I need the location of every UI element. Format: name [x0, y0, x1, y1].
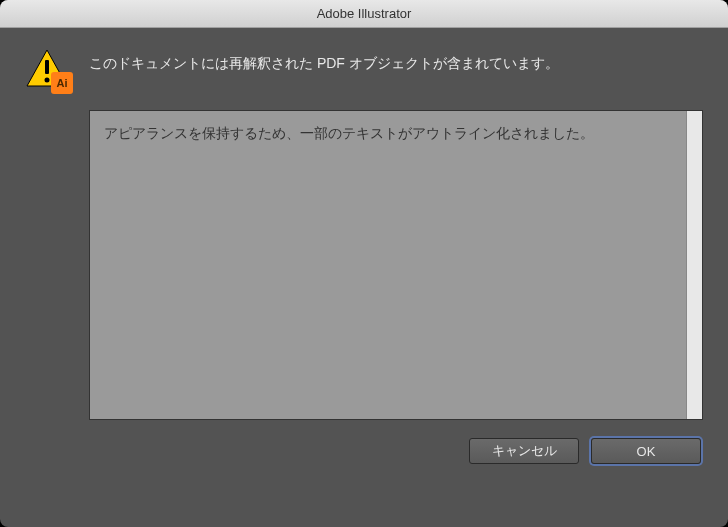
warning-icon: Ai — [25, 48, 69, 92]
svg-point-1 — [45, 78, 50, 83]
ok-button[interactable]: OK — [591, 438, 701, 464]
button-row: キャンセル OK — [25, 438, 703, 464]
detail-textbox: アピアランスを保持するため、一部のテキストがアウトライン化されました。 — [89, 110, 703, 420]
message-row: Ai このドキュメントには再解釈された PDF オブジェクトが含まれています。 — [25, 48, 703, 92]
dialog-window: Adobe Illustrator Ai このドキュメントには再解釈された PD… — [0, 0, 728, 527]
svg-rect-0 — [45, 60, 49, 74]
cancel-button[interactable]: キャンセル — [469, 438, 579, 464]
dialog-body: Ai このドキュメントには再解釈された PDF オブジェクトが含まれています。 … — [0, 28, 728, 527]
scrollbar[interactable] — [686, 111, 702, 419]
titlebar: Adobe Illustrator — [0, 0, 728, 28]
warning-message: このドキュメントには再解釈された PDF オブジェクトが含まれています。 — [89, 48, 559, 76]
detail-content: アピアランスを保持するため、一部のテキストがアウトライン化されました。 — [90, 111, 686, 419]
ai-badge-text: Ai — [57, 77, 68, 89]
ai-app-badge-icon: Ai — [51, 72, 73, 94]
titlebar-title: Adobe Illustrator — [317, 6, 412, 21]
